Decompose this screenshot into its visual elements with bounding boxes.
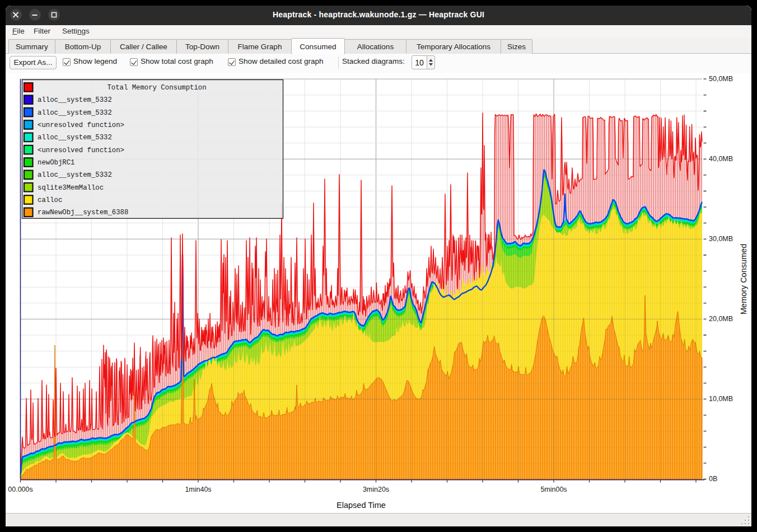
- svg-text:alloc__system_5332: alloc__system_5332: [38, 171, 112, 179]
- svg-text:Total Memory Consumption: Total Memory Consumption: [107, 84, 206, 92]
- svg-text:5min00s: 5min00s: [540, 486, 567, 493]
- svg-text:10,0MB: 10,0MB: [709, 395, 733, 403]
- svg-text:20,0MB: 20,0MB: [709, 315, 733, 323]
- svg-text:40,0MB: 40,0MB: [709, 155, 733, 163]
- svg-text:30,0MB: 30,0MB: [709, 235, 733, 243]
- svg-text:<unresolved function>: <unresolved function>: [38, 147, 124, 154]
- svg-text:alloc__system_5332: alloc__system_5332: [38, 109, 112, 117]
- svg-text:calloc: calloc: [38, 196, 62, 204]
- svg-text:00.000s: 00.000s: [8, 486, 32, 493]
- svg-text:newObjRC1: newObjRC1: [38, 159, 74, 167]
- svg-text:alloc__system_5332: alloc__system_5332: [38, 96, 112, 104]
- svg-text:Memory Consumed: Memory Consumed: [739, 244, 748, 315]
- svg-text:3min20s: 3min20s: [363, 486, 389, 493]
- svg-text:50,0MB: 50,0MB: [709, 75, 733, 83]
- svg-text:sqlite3MemMalloc: sqlite3MemMalloc: [38, 184, 104, 192]
- svg-text:rawNewObj__system_6388: rawNewObj__system_6388: [38, 209, 128, 216]
- svg-text:0B: 0B: [709, 475, 717, 483]
- svg-text:1min40s: 1min40s: [185, 486, 211, 493]
- svg-text:Elapsed Time: Elapsed Time: [337, 501, 386, 510]
- svg-text:<unresolved function>: <unresolved function>: [38, 121, 124, 129]
- svg-text:alloc__system_5332: alloc__system_5332: [38, 134, 112, 142]
